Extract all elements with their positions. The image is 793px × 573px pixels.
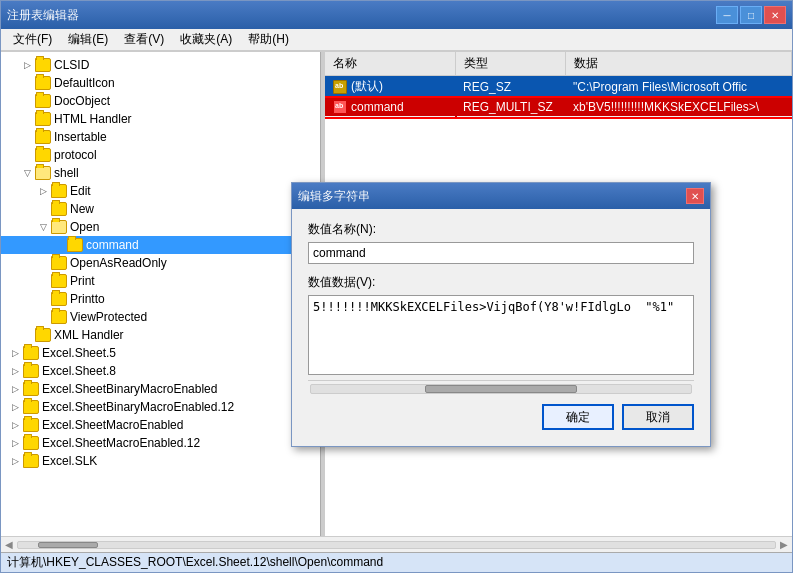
tree-item-htmlhandler[interactable]: HTML Handler xyxy=(1,110,320,128)
expand-icon-excelbinary12[interactable]: ▷ xyxy=(7,399,23,415)
table-row[interactable]: command REG_MULTI_SZ xb'BV5!!!!!!!!!!MKK… xyxy=(325,98,792,117)
expand-icon-xmlhandler xyxy=(19,327,35,343)
folder-icon-docobject xyxy=(35,94,51,108)
folder-icon-command xyxy=(67,238,83,252)
reg-data-cell: "C:\Program Files\Microsoft Offic xyxy=(565,76,792,98)
minimize-button[interactable]: ─ xyxy=(716,6,738,24)
tree-item-label-command: command xyxy=(86,238,139,252)
tree-item-label-excelmacro12: Excel.SheetMacroEnabled.12 xyxy=(42,436,200,450)
expand-icon-open[interactable]: ▽ xyxy=(35,219,51,235)
folder-icon-defaulticon xyxy=(35,76,51,90)
expand-icon-clsid[interactable]: ▷ xyxy=(19,57,35,73)
col-header-data[interactable]: 数据 xyxy=(565,52,792,76)
folder-icon-excelslk xyxy=(23,454,39,468)
tree-item-excelsheet5[interactable]: ▷ Excel.Sheet.5 xyxy=(1,344,320,362)
expand-icon-edit[interactable]: ▷ xyxy=(35,183,51,199)
folder-icon-excelbinary xyxy=(23,382,39,396)
dialog-scrollbar-thumb xyxy=(425,385,577,393)
reg-value-icon xyxy=(333,80,347,94)
tree-item-excelmacro12[interactable]: ▷ Excel.SheetMacroEnabled.12 xyxy=(1,434,320,452)
expand-icon-insertable xyxy=(19,129,35,145)
tree-item-viewprotected[interactable]: ViewProtected xyxy=(1,308,320,326)
tree-item-protocol[interactable]: protocol xyxy=(1,146,320,164)
tree-item-excelbinary[interactable]: ▷ Excel.SheetBinaryMacroEnabled xyxy=(1,380,320,398)
tree-item-new[interactable]: New xyxy=(1,200,320,218)
dialog-cancel-button[interactable]: 取消 xyxy=(622,404,694,430)
dialog-ok-button[interactable]: 确定 xyxy=(542,404,614,430)
tree-item-printto[interactable]: Printto xyxy=(1,290,320,308)
folder-icon-excelmacro12 xyxy=(23,436,39,450)
expand-icon-excelbinary[interactable]: ▷ xyxy=(7,381,23,397)
dialog-close-button[interactable]: ✕ xyxy=(686,188,704,204)
menu-view[interactable]: 查看(V) xyxy=(116,29,172,50)
tree-item-label-excelsheet8: Excel.Sheet.8 xyxy=(42,364,116,378)
menu-file[interactable]: 文件(F) xyxy=(5,29,60,50)
tree-item-label-defaulticon: DefaultIcon xyxy=(54,76,115,90)
dialog-scrollbar[interactable] xyxy=(308,380,694,396)
title-bar: 注册表编辑器 ─ □ ✕ xyxy=(1,1,792,29)
dialog-name-input[interactable] xyxy=(308,242,694,264)
tree-item-xmlhandler[interactable]: XML Handler xyxy=(1,326,320,344)
expand-icon-excelmacro[interactable]: ▷ xyxy=(7,417,23,433)
window-close-button[interactable]: ✕ xyxy=(764,6,786,24)
tree-item-clsid[interactable]: ▷ CLSID xyxy=(1,56,320,74)
tree-item-openasreadonly[interactable]: OpenAsReadOnly xyxy=(1,254,320,272)
expand-icon-new xyxy=(35,201,51,217)
tree-item-label-shell: shell xyxy=(54,166,79,180)
folder-icon-htmlhandler xyxy=(35,112,51,126)
reg-name-cell: (默认) xyxy=(325,76,455,98)
tree-item-edit[interactable]: ▷ Edit xyxy=(1,182,320,200)
tree-item-label-excelsheet5: Excel.Sheet.5 xyxy=(42,346,116,360)
maximize-button[interactable]: □ xyxy=(740,6,762,24)
dialog-title-text: 编辑多字符串 xyxy=(298,188,370,205)
reg-type-cell: REG_SZ xyxy=(455,76,565,98)
tree-item-label-print: Print xyxy=(70,274,95,288)
tree-item-excelsheet8[interactable]: ▷ Excel.Sheet.8 xyxy=(1,362,320,380)
dialog-title-bar: 编辑多字符串 ✕ xyxy=(292,183,710,209)
dialog-data-textarea[interactable]: 5!!!!!!!MKKSkEXCELFiles>VijqBof(Y8'w!FId… xyxy=(308,295,694,375)
tree-item-command[interactable]: command xyxy=(1,236,320,254)
tree-item-excelbinary12[interactable]: ▷ Excel.SheetBinaryMacroEnabled.12 xyxy=(1,398,320,416)
tree-item-label-excelslk: Excel.SLK xyxy=(42,454,97,468)
dialog-data-label: 数值数据(V): xyxy=(308,274,694,291)
tree-item-label-excelbinary: Excel.SheetBinaryMacroEnabled xyxy=(42,382,217,396)
col-header-name[interactable]: 名称 xyxy=(325,52,455,76)
h-scroll-track[interactable] xyxy=(17,541,776,549)
dialog-scrollbar-track xyxy=(310,384,692,394)
main-content: ▷ CLSID DefaultIcon DocObject xyxy=(1,51,792,536)
tree-item-print[interactable]: Print xyxy=(1,272,320,290)
reg-value-icon-cmd xyxy=(333,100,347,114)
dialog-body: 数值名称(N): 数值数据(V): 5!!!!!!!MKKSkEXCELFile… xyxy=(292,209,710,446)
tree-item-excelmacro[interactable]: ▷ Excel.SheetMacroEnabled xyxy=(1,416,320,434)
menu-help[interactable]: 帮助(H) xyxy=(240,29,297,50)
expand-icon-viewprotected xyxy=(35,309,51,325)
expand-icon-excelsheet5[interactable]: ▷ xyxy=(7,345,23,361)
expand-icon-protocol xyxy=(19,147,35,163)
table-row[interactable]: (默认) REG_SZ "C:\Program Files\Microsoft … xyxy=(325,76,792,98)
expand-icon-excelmacro12[interactable]: ▷ xyxy=(7,435,23,451)
menu-edit[interactable]: 编辑(E) xyxy=(60,29,116,50)
expand-icon-excelsheet8[interactable]: ▷ xyxy=(7,363,23,379)
expand-icon-htmlhandler xyxy=(19,111,35,127)
expand-icon-shell[interactable]: ▽ xyxy=(19,165,35,181)
tree-item-open[interactable]: ▽ Open xyxy=(1,218,320,236)
expand-icon-defaulticon xyxy=(19,75,35,91)
tree-scroll-area: ▷ CLSID DefaultIcon DocObject xyxy=(1,52,320,474)
tree-item-excelslk[interactable]: ▷ Excel.SLK xyxy=(1,452,320,470)
dialog-name-label: 数值名称(N): xyxy=(308,221,694,238)
folder-icon-clsid xyxy=(35,58,51,72)
tree-item-label-edit: Edit xyxy=(70,184,91,198)
tree-item-defaulticon[interactable]: DefaultIcon xyxy=(1,74,320,92)
expand-icon-docobject xyxy=(19,93,35,109)
tree-panel[interactable]: ▷ CLSID DefaultIcon DocObject xyxy=(1,52,321,536)
tree-item-insertable[interactable]: Insertable xyxy=(1,128,320,146)
tree-item-shell[interactable]: ▽ shell xyxy=(1,164,320,182)
expand-icon-excelslk[interactable]: ▷ xyxy=(7,453,23,469)
horizontal-scrollbar[interactable]: ◀ ▶ xyxy=(1,536,792,552)
tree-item-docobject[interactable]: DocObject xyxy=(1,92,320,110)
menu-favorites[interactable]: 收藏夹(A) xyxy=(172,29,240,50)
expand-icon-command xyxy=(51,237,67,253)
tree-item-label-viewprotected: ViewProtected xyxy=(70,310,147,324)
folder-icon-xmlhandler xyxy=(35,328,51,342)
col-header-type[interactable]: 类型 xyxy=(455,52,565,76)
